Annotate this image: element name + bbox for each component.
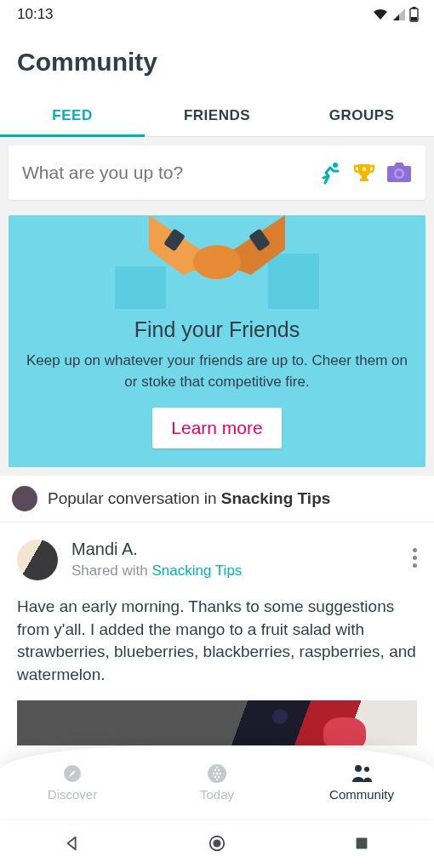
promo-description: Keep up on whatever your friends are up …	[24, 351, 410, 392]
svg-point-3	[333, 163, 338, 168]
popular-conversation-banner[interactable]: Popular conversation in Snacking Tips	[0, 476, 434, 523]
svg-point-9	[397, 171, 403, 177]
tab-feed-label: FEED	[52, 107, 92, 123]
svg-point-17	[213, 772, 214, 774]
post-author-name[interactable]: Mandi A.	[71, 540, 242, 559]
svg-point-24	[216, 767, 218, 768]
status-time: 10:13	[17, 6, 54, 23]
promo-title: Find your Friends	[24, 317, 410, 342]
recents-button[interactable]	[352, 834, 371, 853]
tab-groups[interactable]: GROUPS	[289, 95, 434, 136]
svg-rect-10	[115, 266, 166, 309]
activity-icon[interactable]	[318, 161, 342, 185]
find-friends-card: Find your Friends Keep up on whatever yo…	[9, 215, 425, 467]
tab-friends[interactable]: FRIENDS	[145, 95, 289, 136]
post-body: Have an early morning. Thanks to some su…	[17, 596, 417, 686]
svg-point-12	[193, 245, 241, 279]
fitbit-icon	[207, 763, 227, 784]
post-shared-prefix: Shared with	[71, 562, 152, 579]
handshake-illustration	[24, 215, 410, 309]
group-avatar	[12, 486, 37, 511]
camera-icon[interactable]	[386, 162, 412, 184]
nav-community[interactable]: Community	[289, 745, 434, 819]
svg-point-29	[213, 839, 220, 847]
trophy-icon[interactable]	[352, 161, 376, 185]
nav-discover-label: Discover	[48, 787, 97, 802]
conversation-text: Popular conversation in Snacking Tips	[48, 489, 330, 508]
learn-more-button[interactable]: Learn more	[152, 408, 281, 448]
tab-friends-label: FRIENDS	[184, 107, 250, 123]
system-nav	[0, 819, 434, 868]
post-shared-line: Shared with Snacking Tips	[71, 562, 242, 580]
svg-rect-2	[411, 17, 417, 20]
conversation-prefix: Popular conversation in	[48, 489, 221, 507]
svg-rect-5	[360, 179, 368, 181]
tabs: FEED FRIENDS GROUPS	[0, 95, 434, 137]
nav-discover[interactable]: Discover	[0, 745, 145, 819]
conversation-group: Snacking Tips	[221, 489, 330, 507]
svg-rect-1	[413, 7, 416, 9]
page-title: Community	[0, 29, 434, 95]
nav-today[interactable]: Today	[145, 745, 289, 819]
home-button[interactable]	[208, 834, 226, 853]
svg-point-25	[216, 779, 218, 780]
status-icons	[372, 7, 419, 22]
post-header: Mandi A. Shared with Snacking Tips	[17, 540, 417, 580]
svg-point-23	[218, 775, 220, 777]
svg-point-6	[363, 168, 367, 172]
tab-groups-label: GROUPS	[329, 107, 395, 123]
nav-today-label: Today	[200, 787, 234, 802]
post-shared-group-link[interactable]: Snacking Tips	[152, 562, 243, 579]
signal-icon	[392, 8, 406, 21]
svg-point-22	[214, 775, 216, 777]
composer-input[interactable]	[22, 163, 318, 183]
svg-point-27	[364, 767, 369, 772]
svg-point-26	[355, 765, 362, 772]
tab-feed[interactable]: FEED	[0, 95, 145, 136]
status-bar: 10:13	[0, 0, 434, 29]
svg-rect-11	[268, 254, 319, 309]
post-author-avatar[interactable]	[17, 540, 58, 580]
community-icon	[350, 763, 374, 784]
content-area: Find your Friends Keep up on whatever yo…	[0, 137, 434, 745]
bottom-nav: Discover Today Community	[0, 745, 434, 819]
svg-point-21	[218, 768, 220, 770]
battery-icon	[409, 7, 419, 22]
svg-point-18	[215, 772, 218, 774]
svg-rect-4	[362, 176, 367, 179]
svg-point-19	[220, 772, 221, 774]
composer[interactable]	[9, 146, 425, 200]
feed-post: Mandi A. Shared with Snacking Tips Have …	[0, 523, 434, 745]
svg-rect-30	[357, 838, 368, 849]
wifi-icon	[372, 8, 389, 21]
compass-icon	[62, 763, 83, 784]
post-image[interactable]	[17, 700, 417, 745]
post-more-button[interactable]	[413, 540, 417, 571]
svg-point-20	[214, 768, 216, 770]
nav-community-label: Community	[329, 787, 394, 802]
back-button[interactable]	[63, 834, 82, 853]
